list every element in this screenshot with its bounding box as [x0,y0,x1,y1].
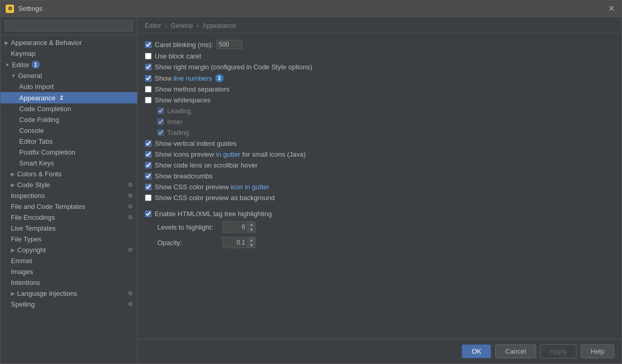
sidebar-item-code-style[interactable]: ▶ Code Style ⚙ [1,179,137,190]
cancel-button[interactable]: Cancel [495,344,536,358]
arrow-icon: ▶ [5,40,9,46]
show-code-lens-checkbox[interactable] [145,162,152,169]
trailing-checkbox[interactable] [157,129,164,136]
show-code-lens-label: Show code lens on scrollbar hover [155,161,258,169]
show-vertical-indent-checkbox[interactable] [145,140,152,147]
sidebar-item-label: Editor [12,61,29,69]
sidebar-item-smart-keys[interactable]: Smart Keys [1,158,137,169]
section-gap [145,203,614,208]
sidebar-item-inspections[interactable]: Inspections ⚙ [1,190,137,201]
use-block-caret-checkbox[interactable] [145,53,152,59]
sidebar-item-editor-tabs[interactable]: Editor Tabs [1,136,137,147]
sidebar-item-spelling[interactable]: Spelling ⚙ [1,299,137,310]
show-whitespaces-checkbox[interactable] [145,97,152,103]
show-line-numbers-label: Show line numbers [155,74,212,82]
sidebar-item-appearance[interactable]: Appearance 2 [1,92,137,103]
sidebar-item-images[interactable]: Images [1,266,137,277]
sidebar-item-label: Code Folding [19,116,59,124]
close-button[interactable]: ✕ [606,4,616,14]
sidebar-item-editor[interactable]: ▼ Editor 1 [1,59,137,70]
sidebar-item-label: Smart Keys [19,159,54,167]
show-icons-preview-checkbox[interactable] [145,151,152,158]
bottom-bar: OK Cancel Apply Help [138,339,621,363]
leading-checkbox[interactable] [157,108,164,114]
sidebar-item-label: Code Completion [19,105,71,113]
sidebar-item-label: File Encodings [11,214,55,221]
sidebar-item-keymap[interactable]: Keymap [1,48,137,59]
arrow-icon: ▶ [11,291,15,296]
levels-spinner: 6 ▲ ▼ [223,221,256,233]
help-button[interactable]: Help [581,344,614,358]
titlebar: ⚙ Settings ✕ [1,1,621,17]
opacity-increment-button[interactable]: ▲ [248,237,255,242]
show-css-icon-checkbox[interactable] [145,184,152,190]
opacity-decrement-button[interactable]: ▼ [248,242,255,248]
search-input[interactable] [5,20,133,32]
levels-decrement-button[interactable]: ▼ [248,227,255,232]
sidebar-item-appearance-behavior[interactable]: ▶ Appearance & Behavior [1,37,137,48]
settings-window: ⚙ Settings ✕ ▶ Appearance & Behavior Key… [0,0,622,364]
breadcrumb-part1: Editor [145,22,161,29]
gear-icon: ⚙ [128,301,133,308]
sidebar-item-code-folding[interactable]: Code Folding [1,114,137,125]
gear-icon: ⚙ [128,214,133,221]
gear-icon: ⚙ [128,290,133,297]
sidebar-item-postfix-completion[interactable]: Postfix Completion [1,147,137,158]
sidebar-item-general[interactable]: ▼ General [1,70,137,81]
caret-blinking-input[interactable] [216,40,242,49]
caret-blinking-checkbox[interactable] [145,41,152,48]
sidebar-item-auto-import[interactable]: Auto Import [1,81,137,92]
leading-row: Leading [157,105,614,116]
sidebar-item-intentions[interactable]: Intentions [1,277,137,288]
leading-label: Leading [167,107,191,115]
arrow-icon: ▶ [11,247,15,253]
arrow-icon: ▶ [11,182,15,188]
enable-html-xml-label: Enable HTML/XML tag tree highlighting [155,210,272,218]
sidebar-item-live-templates[interactable]: Live Templates [1,223,137,234]
show-line-numbers-row: Show line numbers 3 [145,72,614,84]
arrow-icon: ▼ [5,62,10,68]
inner-checkbox[interactable] [157,118,164,125]
show-breadcrumbs-row: Show breadcrumbs [145,171,614,181]
show-breadcrumbs-checkbox[interactable] [145,173,152,179]
sidebar-item-file-code-templates[interactable]: File and Code Templates ⚙ [1,201,137,212]
sidebar-item-code-completion[interactable]: Code Completion [1,103,137,114]
gear-icon: ⚙ [128,203,133,210]
enable-html-xml-checkbox[interactable] [145,210,152,217]
breadcrumb-part3: Appearance [202,22,236,29]
ok-button[interactable]: OK [462,344,491,358]
show-whitespaces-label: Show whitespaces [155,96,211,104]
show-css-icon-label: Show CSS color preview icon in gutter [155,183,269,191]
levels-label: Levels to highlight: [157,223,219,231]
sidebar-item-copyright[interactable]: ▶ Copyright ⚙ [1,245,137,255]
show-right-margin-checkbox[interactable] [145,64,152,70]
opacity-value: 0.1 [223,238,247,247]
show-line-numbers-checkbox[interactable] [145,75,152,82]
use-block-caret-label: Use block caret [155,52,201,60]
show-css-bg-row: Show CSS color preview as background [145,192,614,203]
show-icons-preview-row: Show icons preview in gutter for small i… [145,149,614,160]
main-panel: Editor › General › Appearance Caret blin… [138,17,621,363]
inner-row: Inner [157,116,614,127]
inner-label: Inner [167,118,183,126]
apply-button[interactable]: Apply [540,344,577,358]
show-method-separators-checkbox[interactable] [145,86,152,93]
caret-blinking-row: Caret blinking (ms): [145,38,614,51]
levels-row: Levels to highlight: 6 ▲ ▼ [157,219,614,235]
sidebar-item-file-types[interactable]: File Types [1,234,137,245]
show-css-bg-checkbox[interactable] [145,194,152,201]
app-icon: ⚙ [6,5,14,13]
sidebar-item-file-encodings[interactable]: File Encodings ⚙ [1,212,137,223]
sidebar-item-console[interactable]: Console [1,125,137,136]
window-title: Settings [18,5,606,12]
trailing-row: Trailing [157,127,614,138]
arrow-icon: ▶ [11,171,15,177]
sidebar-item-language-injections[interactable]: ▶ Language Injections ⚙ [1,288,137,299]
opacity-row: Opacity: 0.1 ▲ ▼ [157,235,614,250]
opacity-label: Opacity: [157,239,219,247]
show-css-bg-label: Show CSS color preview as background [155,194,275,202]
sidebar-item-label: Code Style [17,181,50,189]
sidebar-item-emmet[interactable]: Emmet [1,255,137,266]
sidebar-item-colors-fonts[interactable]: ▶ Colors & Fonts [1,169,137,179]
levels-increment-button[interactable]: ▲ [248,222,255,227]
